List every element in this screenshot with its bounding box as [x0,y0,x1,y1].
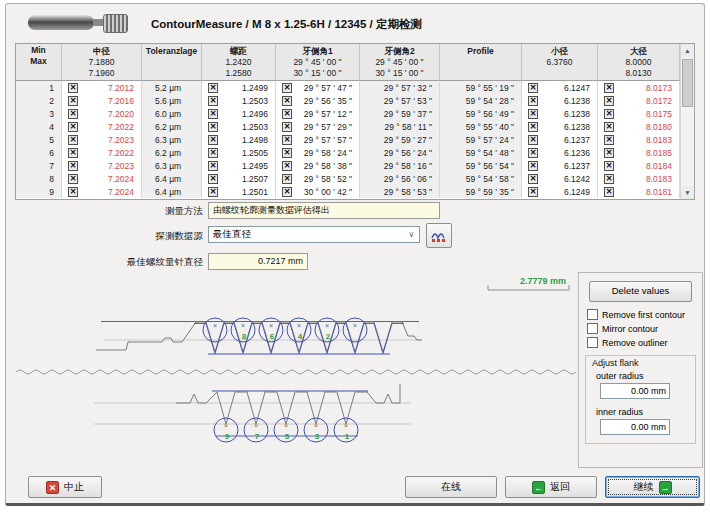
table-row[interactable]: 9✕7.20246.4 µm✕1.2501✕30 ° 00 ' 42 "29 °… [16,185,680,198]
title-bar: ContourMeasure / M 8 x 1.25-6H / 12345 /… [6,4,704,42]
value-checkbox-icon[interactable]: ✕ [68,187,78,197]
value-checkbox-icon[interactable]: ✕ [208,161,218,171]
value-checkbox-icon[interactable]: ✕ [604,109,614,119]
value-checkbox-icon[interactable]: ✕ [528,135,538,145]
table-cell-profile: 59 ° 54 ' 58 " [440,172,522,185]
value-checkbox-icon[interactable]: ✕ [528,83,538,93]
lower-measure-circle[interactable]: ×1 [334,418,358,442]
table-row[interactable]: 6✕7.20226.2 µm✕1.2505✕29 ° 58 ' 24 "29 °… [16,146,680,159]
value-checkbox-icon[interactable]: ✕ [528,148,538,158]
value-checkbox-icon[interactable]: ✕ [528,96,538,106]
value-checkbox-icon[interactable]: ✕ [68,109,78,119]
checkbox-icon[interactable] [587,323,598,334]
cell-value: 7.2024 [78,187,141,197]
lower-measure-circle[interactable]: ×3 [304,418,328,442]
upper-measure-circle[interactable]: × [343,318,367,342]
value-checkbox-icon[interactable]: ✕ [208,135,218,145]
value-checkbox-icon[interactable]: ✕ [68,174,78,184]
cell-value: 1.2505 [218,148,275,158]
wire-diameter-field[interactable]: 0.7217 mm [208,253,308,270]
value-checkbox-icon[interactable]: ✕ [528,187,538,197]
value-checkbox-icon[interactable]: ✕ [604,174,614,184]
value-checkbox-icon[interactable]: ✕ [68,161,78,171]
value-checkbox-icon[interactable]: ✕ [282,174,292,184]
abort-button[interactable]: ✕ 中止 [28,476,102,498]
scroll-up-button[interactable]: ▲ [681,44,694,57]
upper-measure-circle[interactable]: ×4 [287,318,311,342]
value-checkbox-icon[interactable]: ✕ [604,83,614,93]
value-checkbox-icon[interactable]: ✕ [604,122,614,132]
table-row[interactable]: 7✕7.20236.3 µm✕1.2495✕29 ° 58 ' 38 "29 °… [16,159,680,172]
table-row[interactable]: 1✕7.20125.2 µm✕1.2499✕29 ° 57 ' 47 "29 °… [16,81,680,94]
value-checkbox-icon[interactable]: ✕ [528,174,538,184]
table-row[interactable]: 2✕7.20165.6 µm✕1.2503✕29 ° 56 ' 35 "29 °… [16,94,680,107]
inner-radius-field[interactable]: 0.00 mm [600,419,670,435]
back-label: 返回 [550,480,570,494]
value-checkbox-icon[interactable]: ✕ [528,161,538,171]
upper-measure-circle[interactable]: ×6 [259,318,283,342]
value-checkbox-icon[interactable]: ✕ [208,109,218,119]
scroll-track[interactable] [681,57,694,186]
upper-measure-circle[interactable]: × [203,318,227,342]
table-cell-num: 9 [16,185,62,198]
header-min: 8.0000 [626,57,652,68]
table-row[interactable]: 8✕7.20246.4 µm✕1.2507✕29 ° 58 ' 52 "29 °… [16,172,680,185]
next-button[interactable]: 继续 → [605,476,700,498]
value-checkbox-icon[interactable]: ✕ [208,174,218,184]
method-field[interactable]: 由螺纹轮廓测量数据评估得出 [208,202,440,219]
value-checkbox-icon[interactable]: ✕ [282,96,292,106]
cell-value: 9 [20,187,61,197]
delete-values-button[interactable]: Delete values [589,281,692,302]
remove-outliner-checkbox[interactable]: Remove outliner [587,337,702,348]
value-checkbox-icon[interactable]: ✕ [604,161,614,171]
table-cell-d1: ✕6.1236 [522,146,598,159]
value-checkbox-icon[interactable]: ✕ [68,122,78,132]
online-button[interactable]: 在线 [405,476,497,498]
table-row[interactable]: 4✕7.20226.2 µm✕1.2503✕29 ° 57 ' 29 "29 °… [16,120,680,133]
value-checkbox-icon[interactable]: ✕ [282,161,292,171]
value-checkbox-icon[interactable]: ✕ [282,135,292,145]
value-checkbox-icon[interactable]: ✕ [282,83,292,93]
table-cell-d1: ✕6.1242 [522,172,598,185]
value-checkbox-icon[interactable]: ✕ [68,148,78,158]
value-checkbox-icon[interactable]: ✕ [528,109,538,119]
lower-measure-circle[interactable]: ×7 [244,418,268,442]
value-checkbox-icon[interactable]: ✕ [604,135,614,145]
value-checkbox-icon[interactable]: ✕ [282,122,292,132]
value-checkbox-icon[interactable]: ✕ [528,122,538,132]
profile-points-button[interactable] [426,223,452,248]
value-checkbox-icon[interactable]: ✕ [604,148,614,158]
table-row[interactable]: 3✕7.20206.0 µm✕1.2496✕29 ° 57 ' 12 "29 °… [16,107,680,120]
value-checkbox-icon[interactable]: ✕ [208,187,218,197]
value-checkbox-icon[interactable]: ✕ [68,135,78,145]
remove-first-contour-checkbox[interactable]: Remove first contour [587,309,702,320]
upper-measure-circle[interactable]: ×8 [231,318,255,342]
value-checkbox-icon[interactable]: ✕ [282,148,292,158]
lower-measure-circle[interactable]: ×5 [274,418,298,442]
scroll-down-button[interactable]: ▼ [681,186,694,199]
lower-measure-circle[interactable]: ×9 [214,418,238,442]
table-row[interactable]: 5✕7.20236.3 µm✕1.2498✕29 ° 57 ' 57 "29 °… [16,133,680,146]
value-checkbox-icon[interactable]: ✕ [604,187,614,197]
probe-x-mark: × [284,422,288,429]
cell-value: 8.0172 [614,96,679,106]
source-dropdown[interactable]: 最佳直径 ∨ [208,226,420,243]
table-scrollbar[interactable]: ▲ ▼ [680,44,694,199]
value-checkbox-icon[interactable]: ✕ [208,83,218,93]
value-checkbox-icon[interactable]: ✕ [282,109,292,119]
upper-measure-circle[interactable]: ×2 [315,318,339,342]
back-button[interactable]: ← 返回 [505,476,597,498]
checkbox-icon[interactable] [587,309,598,320]
value-checkbox-icon[interactable]: ✕ [282,187,292,197]
outer-radius-field[interactable]: 0.00 mm [600,383,670,399]
mirror-contour-checkbox[interactable]: Mirror contour [587,323,702,334]
value-checkbox-icon[interactable]: ✕ [68,96,78,106]
value-checkbox-icon[interactable]: ✕ [208,148,218,158]
value-checkbox-icon[interactable]: ✕ [604,96,614,106]
value-checkbox-icon[interactable]: ✕ [68,83,78,93]
checkbox-icon[interactable] [587,337,598,348]
scroll-thumb[interactable] [682,59,693,107]
table-header-cell: 大径8.00008.0130 [598,44,680,81]
value-checkbox-icon[interactable]: ✕ [208,122,218,132]
value-checkbox-icon[interactable]: ✕ [208,96,218,106]
